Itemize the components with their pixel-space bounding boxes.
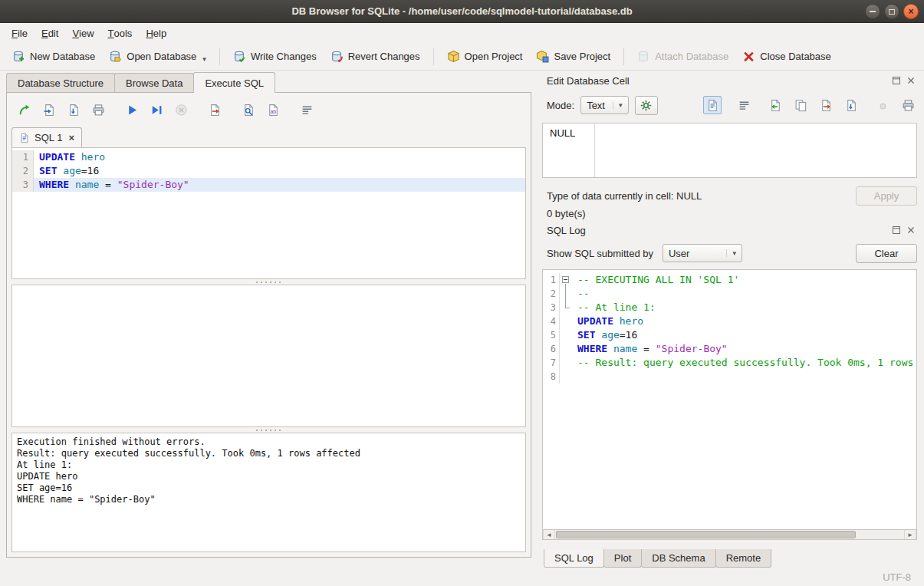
clear-button[interactable]: Clear [856,244,917,263]
close-database-button[interactable]: Close Database [736,46,837,67]
print-sql-button[interactable] [88,100,108,120]
code-line: UPDATE hero [34,150,525,164]
menu-tools[interactable]: Tools [101,23,140,43]
menu-help[interactable]: Help [139,23,173,43]
log-line[interactable]: 1-- EXECUTING ALL IN 'SQL 1' [543,273,916,287]
copy-cell-button[interactable] [791,96,810,114]
apply-button[interactable]: Apply [856,186,917,206]
execute-all-icon [126,104,139,117]
minimize-icon[interactable] [865,4,880,19]
find-replace-button[interactable]: ab [263,100,283,120]
save-cell-icon [845,99,858,112]
export-results-button[interactable] [205,100,225,120]
line-number: 8 [543,370,560,384]
token: UPDATE [577,315,613,327]
log-line[interactable]: 4UPDATE hero [543,314,916,328]
cell-editor[interactable]: NULL [542,123,917,178]
maximize-icon[interactable] [884,4,899,19]
dock-tab-plot[interactable]: Plot [603,549,642,568]
horizontal-scrollbar[interactable]: ◄ ► [542,529,917,540]
dock-tab-remote[interactable]: Remote [715,549,772,568]
execution-log-text: Execution finished without errors. Resul… [17,436,521,505]
token: -- At line 1: [577,301,656,313]
new-database-button[interactable]: New Database [6,46,101,67]
splitter-handle-results[interactable] [12,427,526,433]
menu-bar: FileEditViewToolsHelp [0,23,924,43]
revert-changes-label: Revert Changes [348,51,420,62]
sql-log-header: SQL Log [542,222,917,239]
editor-line[interactable]: 1UPDATE hero [12,150,525,164]
log-line[interactable]: 6WHERE name = "Spider-Boy" [543,342,916,356]
scroll-left-icon[interactable]: ◄ [543,530,555,539]
open-sql-file-button[interactable] [39,100,59,120]
import-from-file-button[interactable] [766,96,784,114]
scroll-right-icon[interactable]: ► [904,530,916,539]
close-dock-icon[interactable] [906,76,916,85]
db-write-icon [233,50,246,63]
float-icon[interactable] [892,226,901,235]
execute-sql-panel: ab SQL 1 × 1UPDATE hero2SET age=163WHERE… [6,92,531,558]
title-bar[interactable]: DB Browser for SQLite - /home/user/code/… [0,0,924,23]
save-cell-button[interactable] [842,96,860,114]
open-project-button[interactable]: Open Project [441,46,529,67]
left-pane: Database StructureBrowse DataExecute SQL… [0,71,538,568]
code-line [572,370,916,384]
print-cell-button[interactable] [899,96,917,114]
stop-execution-button [171,100,191,120]
fold-marker[interactable] [560,273,572,287]
tab-browse-data[interactable]: Browse Data [114,73,194,93]
scrollbar-thumb[interactable] [556,531,856,538]
save-sql-file-button[interactable] [64,100,84,120]
mode-label: Mode: [547,100,574,111]
word-wrap-button[interactable] [735,96,753,114]
open-database-dropdown-arrow[interactable]: ▾ [202,55,206,63]
encoding-label: UTF-8 [883,571,911,583]
sql-editor[interactable]: 1UPDATE hero2SET age=163WHERE name = "Sp… [12,147,526,279]
submitter-select[interactable]: User ▾ [663,244,742,262]
format-sql-button[interactable] [297,100,317,120]
revert-changes-button[interactable]: Revert Changes [324,46,426,67]
open-project-label: Open Project [465,51,523,62]
sql-tab-close-icon[interactable]: × [68,132,74,143]
log-line[interactable]: 7-- Result: query executed successfully.… [543,356,916,370]
execute-all-button[interactable] [122,100,142,120]
sql-tab[interactable]: SQL 1 × [12,127,82,147]
execute-current-line-button[interactable] [146,100,166,120]
close-icon[interactable]: × [903,4,919,19]
log-line[interactable]: 8 [543,370,916,384]
save-project-button[interactable]: Save Project [530,46,617,67]
cell-editor-body[interactable] [595,123,916,177]
close-dock-icon[interactable] [906,226,916,235]
sql-log-title: SQL Log [547,225,892,236]
editor-line[interactable]: 3WHERE name = "Spider-Boy" [12,178,525,192]
export-to-file-button[interactable] [817,96,835,114]
float-icon[interactable] [892,76,901,85]
menu-view[interactable]: View [65,23,100,43]
log-line[interactable]: 3-- At line 1: [543,301,916,314]
log-line[interactable]: 5SET age=16 [543,328,916,342]
line-number: 6 [543,342,560,356]
editor-line[interactable]: 2SET age=16 [12,164,525,178]
dock-tab-db-schema[interactable]: DB Schema [641,549,715,568]
tab-database-structure[interactable]: Database Structure [6,73,115,93]
write-changes-button[interactable]: Write Changes [227,46,323,67]
mode-select[interactable]: Text ▾ [580,96,628,114]
text-mode-button[interactable] [703,96,722,114]
cell-settings-button[interactable] [635,96,658,115]
new-sql-tab-button[interactable] [15,100,35,120]
find-button[interactable] [238,100,258,120]
open-database-button[interactable]: Open Database▾ [103,46,212,67]
dock-tab-sql-log[interactable]: SQL Log [544,549,604,568]
log-line[interactable]: 2-- [543,287,916,301]
line-number: 3 [543,301,560,314]
splitter-handle-editor[interactable] [12,279,526,285]
token: -- [577,288,590,299]
export-results-icon [209,104,222,117]
menu-file[interactable]: File [5,23,35,43]
cell-toolbar [703,96,917,114]
menu-edit[interactable]: Edit [35,23,65,43]
scrollbar-track[interactable] [555,530,904,539]
tab-execute-sql[interactable]: Execute SQL [193,72,275,93]
import-from-file-icon [769,99,782,112]
sql-log-editor[interactable]: 1-- EXECUTING ALL IN 'SQL 1'2--3-- At li… [542,269,917,529]
